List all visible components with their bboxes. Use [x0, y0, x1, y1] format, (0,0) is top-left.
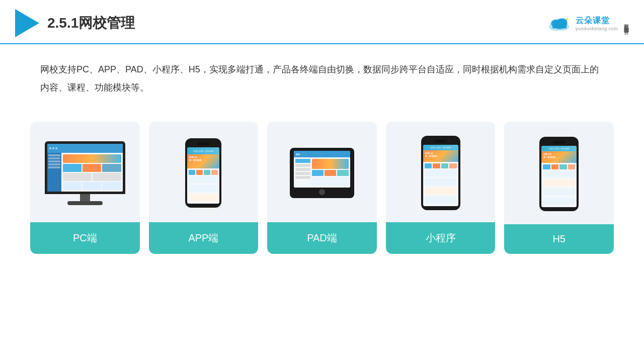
pc-monitor	[45, 141, 125, 205]
brand-logo: 云朵课堂 yunduoketang.com 教育机构一站式服务云平台	[546, 14, 629, 32]
h5-wide2	[543, 179, 575, 187]
phone-wide1	[189, 176, 218, 183]
phone-row1-mini	[425, 163, 457, 168]
logo-url: yunduoketang.com	[576, 26, 618, 31]
dot3	[55, 147, 57, 149]
pc-label: PC端	[30, 222, 140, 254]
phone-notch-h5	[553, 141, 565, 144]
pad-tablet	[290, 148, 354, 198]
monitor-base	[67, 201, 103, 205]
screen-cards-row3	[63, 182, 121, 190]
logo-slogan: 教育机构一站式服务云平台	[623, 20, 629, 26]
pad-card: PAD端	[267, 122, 377, 254]
app-label: APP端	[149, 222, 259, 254]
h5-wide4	[543, 198, 575, 205]
h5-preview: 职通人的第一堂培训课 职通人的第一堂培训课	[504, 122, 614, 224]
mini-card3	[102, 164, 121, 172]
mini-card5	[93, 173, 121, 181]
tablet-body	[290, 148, 354, 198]
tab-card2	[325, 170, 336, 176]
pad-preview	[267, 122, 377, 222]
phone-header-app: 职通人的第一堂培训课	[187, 147, 219, 154]
tab-content1	[312, 177, 349, 181]
screen-main	[61, 153, 123, 192]
miniprogram-card: 职通人的第一堂培训课 职通人的第一堂培训课	[386, 122, 496, 254]
header-left: 2.5.1网校管理	[15, 9, 135, 37]
tablet-content	[294, 157, 350, 188]
phone-item3	[204, 170, 210, 175]
phone-wide2	[189, 185, 218, 192]
dot1	[49, 147, 51, 149]
h5-item1	[543, 164, 550, 169]
tablet-right	[312, 159, 349, 186]
description-text: 网校支持PC、APP、PAD、小程序、H5，实现多端打通，产品各终端自由切换，数…	[0, 44, 644, 107]
tablet-cards-row	[312, 170, 349, 176]
page-title: 2.5.1网校管理	[47, 14, 135, 33]
phone-item1	[189, 170, 195, 175]
tablet-dot2	[298, 153, 300, 155]
mini-wide4	[425, 197, 457, 204]
miniprogram-preview: 职通人的第一堂培训课 职通人的第一堂培训课	[386, 122, 496, 222]
phone-item2	[196, 170, 203, 175]
mini-card6	[63, 182, 82, 190]
app-phone: 职通人的第一堂培训课 职通人的第一堂培训课	[185, 138, 221, 208]
phone-notch-mini	[435, 140, 447, 143]
phone-banner-mini: 职通人的第一堂培训课	[423, 150, 458, 162]
mini-card4	[63, 173, 92, 181]
screen-sidebar	[47, 153, 61, 192]
mini-card1	[63, 164, 82, 172]
h5-item2	[551, 164, 559, 169]
phone-row1-h5	[543, 164, 575, 169]
sidebar-bar3	[48, 160, 60, 162]
phone-content-app	[187, 168, 219, 204]
header-right: 云朵课堂 yunduoketang.com 教育机构一站式服务云平台	[546, 14, 629, 32]
app-preview: 职通人的第一堂培训课 职通人的第一堂培训课	[149, 122, 259, 222]
phone-screen-app: 职通人的第一堂培训课 职通人的第一堂培训课	[187, 147, 219, 204]
monitor-neck	[80, 194, 90, 201]
phone-body-app: 职通人的第一堂培训课 职通人的第一堂培训课	[185, 138, 221, 208]
pc-preview	[30, 122, 140, 222]
mini-item2	[433, 163, 440, 168]
mini-item3	[441, 163, 449, 168]
mini-card2	[83, 164, 101, 172]
tab-bar5	[295, 176, 310, 179]
mini-wide1	[425, 169, 457, 176]
h5-item3	[559, 164, 567, 169]
tab-content2	[312, 182, 349, 186]
sidebar-bar2	[48, 157, 60, 159]
tab-bar2	[295, 164, 310, 167]
tab-bar3	[295, 168, 310, 171]
sidebar-bar5	[48, 166, 60, 168]
mini-item4	[449, 163, 457, 168]
screen-content	[47, 144, 123, 192]
h5-card: 职通人的第一堂培训课 职通人的第一堂培训课	[504, 122, 614, 254]
mini-card7	[83, 182, 101, 190]
phone-content-mini	[423, 162, 458, 206]
phone-row1-app	[189, 170, 218, 175]
svg-rect-6	[552, 24, 567, 29]
tab-card1	[312, 170, 324, 176]
logo-name: 云朵课堂	[576, 16, 610, 26]
pad-label: PAD端	[267, 222, 377, 254]
phone-screen-mini: 职通人的第一堂培训课 职通人的第一堂培训课	[423, 145, 458, 206]
sidebar-bar4	[48, 163, 60, 165]
screen-topbar	[47, 144, 123, 153]
h5-wide3	[543, 189, 575, 196]
tablet-home-btn	[319, 189, 325, 195]
tab-bar1	[295, 159, 310, 163]
device-cards: PC端 职通人的第一堂培训课 职通人的第一堂培训课	[0, 112, 644, 269]
sidebar-bar1	[48, 154, 60, 156]
phone-body-h5: 职通人的第一堂培训课 职通人的第一堂培训课	[539, 137, 579, 211]
monitor-screen	[47, 144, 123, 192]
phone-screen-h5: 职通人的第一堂培训课 职通人的第一堂培训课	[541, 146, 577, 207]
monitor-body	[45, 141, 125, 194]
tab-bar4	[295, 172, 310, 175]
screen-banner	[63, 154, 121, 163]
h5-phone: 职通人的第一堂培训课 职通人的第一堂培训课	[539, 137, 579, 211]
phone-body-mini: 职通人的第一堂培训课 职通人的第一堂培训课	[421, 136, 460, 210]
header: 2.5.1网校管理 云朵课堂 yunduoketang.com 教育机构一站式服…	[0, 0, 644, 44]
logo-text: 云朵课堂 yunduoketang.com	[576, 16, 618, 31]
phone-content-h5	[541, 163, 577, 207]
phone-header-mini: 职通人的第一堂培训课	[423, 145, 458, 150]
phone-header-h5: 职通人的第一堂培训课	[541, 146, 577, 151]
